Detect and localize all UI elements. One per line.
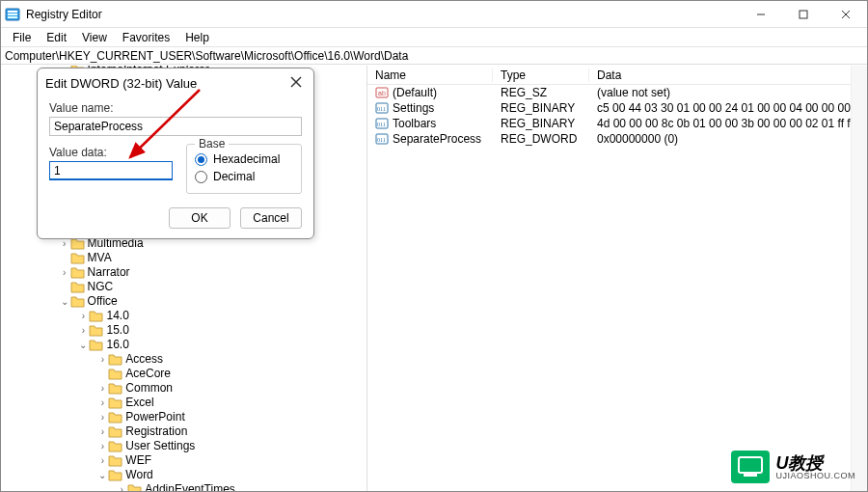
col-type-header[interactable]: Type <box>493 68 589 82</box>
menu-favorites[interactable]: Favorites <box>115 29 177 46</box>
tree-item-label: 15.0 <box>106 323 128 338</box>
svg-rect-19 <box>739 457 762 473</box>
tree-item[interactable]: ›User Settings <box>1 439 366 453</box>
tree-item-label: Narrator <box>88 265 130 280</box>
list-item[interactable]: 011SeparateProcessREG_DWORD0x00000000 (0… <box>367 131 867 147</box>
tree-item[interactable]: ›Access <box>1 352 366 367</box>
folder-icon <box>108 353 122 366</box>
chevron-down-icon[interactable]: ⌄ <box>59 294 70 309</box>
tree-item[interactable]: ⌄16.0 <box>1 338 366 352</box>
tree-item-label: 16.0 <box>106 338 128 352</box>
folder-icon <box>127 483 142 491</box>
address-bar[interactable]: Computer\HKEY_CURRENT_USER\Software\Micr… <box>1 47 867 65</box>
tree-item[interactable]: AceCore <box>1 367 366 381</box>
radio-hexadecimal[interactable]: Hexadecimal <box>195 150 293 168</box>
col-data-header[interactable]: Data <box>589 68 867 82</box>
tree-item[interactable]: ›PowerPoint <box>1 410 366 424</box>
minimize-button[interactable] <box>740 1 782 28</box>
regedit-icon <box>5 7 20 22</box>
menu-edit[interactable]: Edit <box>39 29 74 46</box>
values-pane[interactable]: Name Type Data ab(Default)REG_SZ(value n… <box>367 66 867 491</box>
chevron-right-icon[interactable]: › <box>96 381 108 396</box>
watermark-brand: U教授 <box>775 454 855 472</box>
tree-item-label: WEF <box>125 453 151 468</box>
value-data-input[interactable]: 1 <box>49 161 173 180</box>
cancel-button[interactable]: Cancel <box>240 207 302 229</box>
svg-rect-3 <box>8 16 17 18</box>
svg-rect-20 <box>744 473 757 477</box>
title-bar: Registry Editor <box>1 1 867 28</box>
vertical-scrollbar[interactable] <box>851 66 867 491</box>
tree-item[interactable]: ›AddinEventTimes <box>1 482 366 491</box>
chevron-right-icon[interactable]: › <box>96 352 108 367</box>
chevron-right-icon[interactable]: › <box>77 323 89 338</box>
base-groupbox: Base Hexadecimal Decimal <box>186 144 302 194</box>
menu-view[interactable]: View <box>74 29 115 46</box>
maximize-button[interactable] <box>782 1 825 28</box>
dialog-close-button[interactable] <box>286 75 306 91</box>
tree-item[interactable]: ›Registration <box>1 424 366 439</box>
string-value-icon: ab <box>375 86 389 99</box>
col-name-header[interactable]: Name <box>367 68 493 82</box>
tree-item[interactable]: ›Common <box>1 381 366 396</box>
folder-icon <box>108 440 122 452</box>
list-item[interactable]: 011SettingsREG_BINARYc5 00 44 03 30 01 0… <box>367 100 867 116</box>
dialog-title: Edit DWORD (32-bit) Value <box>45 76 197 91</box>
tree-item-label: Excel <box>125 396 153 410</box>
list-item[interactable]: 011ToolbarsREG_BINARY4d 00 00 00 8c 0b 0… <box>367 116 867 131</box>
chevron-right-icon[interactable]: › <box>77 309 89 323</box>
tree-item[interactable]: NGC <box>1 280 366 294</box>
folder-icon <box>70 295 85 308</box>
chevron-right-icon[interactable]: › <box>96 396 108 410</box>
chevron-right-icon[interactable]: › <box>96 453 108 468</box>
svg-rect-1 <box>8 11 17 13</box>
ok-button[interactable]: OK <box>169 207 231 229</box>
chevron-right-icon[interactable]: › <box>96 424 108 439</box>
chevron-right-icon[interactable]: › <box>96 410 108 424</box>
binary-value-icon: 011 <box>375 132 389 146</box>
tree-item-label: AddinEventTimes <box>145 482 235 491</box>
tree-item-label: Access <box>125 352 163 367</box>
tree-item[interactable]: ›Narrator <box>1 265 366 280</box>
watermark-badge-icon <box>731 451 770 483</box>
dialog-titlebar: Edit DWORD (32-bit) Value <box>38 68 313 97</box>
tree-item-label: PowerPoint <box>125 410 184 424</box>
tree-item[interactable]: ›Excel <box>1 396 366 410</box>
value-name-input[interactable]: SeparateProcess <box>49 117 302 136</box>
binary-value-icon: 011 <box>375 101 389 115</box>
list-rows: ab(Default)REG_SZ(value not set)011Setti… <box>367 85 867 147</box>
folder-icon <box>108 469 122 481</box>
watermark-url: UJIAOSHOU.COM <box>775 472 855 480</box>
menu-file[interactable]: File <box>5 29 39 46</box>
svg-text:011: 011 <box>377 122 386 127</box>
tree-item-label: AceCore <box>125 367 171 381</box>
tree-item[interactable]: ›14.0 <box>1 309 366 323</box>
tree-item-label: Registration <box>125 424 187 439</box>
chevron-right-icon[interactable]: › <box>116 482 127 491</box>
folder-icon <box>108 396 122 409</box>
base-label: Base <box>195 137 229 150</box>
folder-icon <box>108 454 122 467</box>
tree-item-label: MVA <box>88 251 112 265</box>
binary-value-icon: 011 <box>375 117 389 130</box>
tree-item[interactable]: ›WEF <box>1 453 366 468</box>
chevron-right-icon[interactable]: › <box>96 439 108 453</box>
chevron-down-icon[interactable]: ⌄ <box>96 468 108 482</box>
close-button[interactable] <box>825 1 867 28</box>
tree-item[interactable]: ›15.0 <box>1 323 366 338</box>
menu-help[interactable]: Help <box>177 29 217 46</box>
tree-item[interactable]: MVA <box>1 251 366 265</box>
window-title: Registry Editor <box>26 8 740 21</box>
svg-rect-2 <box>8 14 17 15</box>
tree-pane[interactable]: InterneInternet Explorer ›MSF ›Multimedi… <box>1 66 367 491</box>
radio-decimal[interactable]: Decimal <box>195 168 293 185</box>
chevron-right-icon[interactable]: › <box>59 265 70 280</box>
svg-text:011: 011 <box>377 106 386 112</box>
tree-item[interactable]: ⌄Office <box>1 294 366 309</box>
chevron-down-icon[interactable]: ⌄ <box>77 338 89 352</box>
folder-icon <box>108 425 122 438</box>
list-item[interactable]: ab(Default)REG_SZ(value not set) <box>367 85 867 100</box>
tree-item[interactable]: ⌄Word <box>1 468 366 482</box>
tree-item-label: Office <box>88 294 118 309</box>
svg-rect-5 <box>800 11 807 18</box>
